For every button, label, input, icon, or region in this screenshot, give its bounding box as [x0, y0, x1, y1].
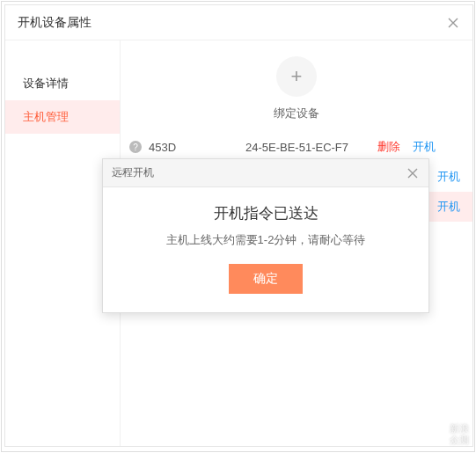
sidebar-item-host-manage[interactable]: 主机管理 [5, 100, 120, 134]
sidebar-item-device-detail[interactable]: 设备详情 [5, 67, 120, 100]
window-title: 开机设备属性 [18, 15, 92, 31]
power-on-button[interactable]: 开机 [437, 199, 460, 215]
modal-title: 远程开机 [112, 165, 154, 180]
add-device-button[interactable]: + [276, 56, 317, 97]
info-icon: ? [129, 141, 142, 153]
close-icon[interactable] [446, 16, 460, 30]
sidebar-item-label: 主机管理 [23, 109, 69, 125]
confirm-button[interactable]: 确定 [229, 264, 303, 294]
device-row: ? 453D 24-5E-BE-51-EC-F7 删除 开机 [121, 132, 472, 162]
device-name: 453D [149, 141, 245, 154]
modal-subtext: 主机上线大约需要1-2分钟，请耐心等待 [121, 232, 411, 248]
titlebar: 开机设备属性 [5, 5, 472, 40]
modal-body: 开机指令已送达 主机上线大约需要1-2分钟，请耐心等待 确定 [103, 187, 428, 306]
power-on-button[interactable]: 开机 [413, 139, 436, 155]
plus-icon: + [291, 65, 303, 88]
delete-button[interactable]: 删除 [377, 139, 400, 155]
device-mac: 24-5E-BE-51-EC-F7 [245, 141, 377, 154]
modal-dialog: 远程开机 开机指令已送达 主机上线大约需要1-2分钟，请耐心等待 确定 [102, 158, 429, 313]
sidebar-item-label: 设备详情 [23, 76, 69, 91]
modal-titlebar: 远程开机 [103, 159, 428, 187]
modal-heading: 开机指令已送达 [121, 203, 411, 223]
bind-device-label: 绑定设备 [274, 106, 319, 121]
close-icon[interactable] [406, 166, 420, 180]
outer-frame: 开机设备属性 设备详情 主机管理 + 绑定设备 ? 453D 24-5E [1, 1, 475, 452]
power-on-button[interactable]: 开机 [437, 169, 460, 185]
bind-device-area: + 绑定设备 [121, 56, 472, 121]
